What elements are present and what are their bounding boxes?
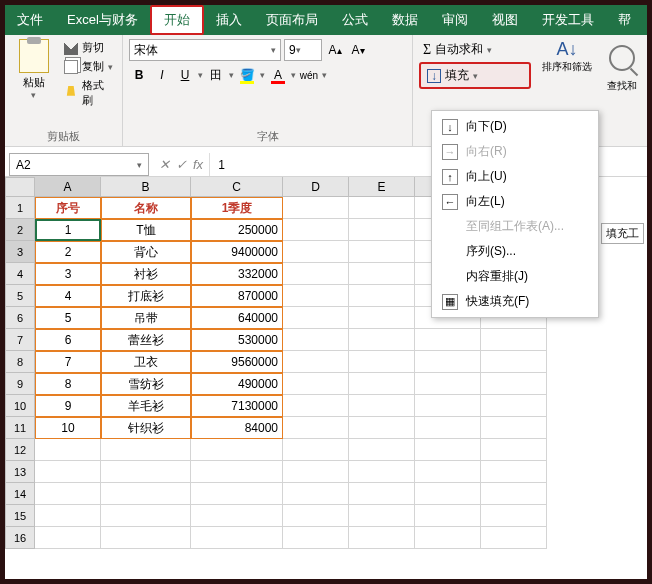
cell[interactable] [349,483,415,505]
row-header[interactable]: 9 [5,373,35,395]
cell[interactable] [481,483,547,505]
name-box[interactable]: A2▾ [9,153,149,176]
cell[interactable]: 332000 [191,263,283,285]
cell[interactable] [349,241,415,263]
row-header[interactable]: 15 [5,505,35,527]
cell[interactable] [101,439,191,461]
col-header-d[interactable]: D [283,177,349,197]
cell[interactable] [481,351,547,373]
font-size-select[interactable]: 9▾ [284,39,322,61]
cell[interactable] [191,505,283,527]
cell[interactable] [35,461,101,483]
cell[interactable] [191,527,283,549]
cell[interactable] [481,329,547,351]
cell[interactable]: 490000 [191,373,283,395]
copy-button[interactable]: 复制▾ [62,58,116,75]
cell[interactable] [481,461,547,483]
fill-right-item[interactable]: →向右(R) [432,139,598,164]
cell[interactable]: 9 [35,395,101,417]
cell[interactable] [349,395,415,417]
cell[interactable] [283,285,349,307]
row-header[interactable]: 6 [5,307,35,329]
cell[interactable]: 530000 [191,329,283,351]
tab-data[interactable]: 数据 [380,5,430,35]
fill-color-button[interactable]: 🪣 [237,65,257,85]
row-header[interactable]: 8 [5,351,35,373]
cell[interactable] [415,395,481,417]
cell[interactable]: 9400000 [191,241,283,263]
cell[interactable]: 1季度 [191,197,283,219]
bold-button[interactable]: B [129,65,149,85]
cell[interactable] [283,527,349,549]
cell[interactable] [283,373,349,395]
cell[interactable] [349,417,415,439]
fill-group-item[interactable]: 至同组工作表(A)... [432,214,598,239]
cell[interactable] [283,351,349,373]
cell[interactable] [283,417,349,439]
cell[interactable] [283,505,349,527]
col-header-a[interactable]: A [35,177,101,197]
cut-button[interactable]: 剪切 [62,39,116,56]
cell[interactable]: 7130000 [191,395,283,417]
cell[interactable]: 针织衫 [101,417,191,439]
cell[interactable]: 雪纺衫 [101,373,191,395]
cell[interactable]: 卫衣 [101,351,191,373]
cell[interactable] [415,439,481,461]
row-header[interactable]: 10 [5,395,35,417]
cell[interactable]: T恤 [101,219,191,241]
cell[interactable] [349,505,415,527]
cell[interactable] [283,263,349,285]
cell[interactable]: 名称 [101,197,191,219]
row-header[interactable]: 1 [5,197,35,219]
cell[interactable] [283,439,349,461]
cell[interactable] [283,241,349,263]
cell[interactable] [349,373,415,395]
cell[interactable] [415,329,481,351]
autosum-button[interactable]: Σ自动求和▾ [419,39,531,60]
row-header[interactable]: 12 [5,439,35,461]
tab-excel-finance[interactable]: Excel与财务 [55,5,150,35]
col-header-b[interactable]: B [101,177,191,197]
row-header[interactable]: 11 [5,417,35,439]
cell[interactable] [349,439,415,461]
cell[interactable]: 10 [35,417,101,439]
cell[interactable] [415,461,481,483]
tab-view[interactable]: 视图 [480,5,530,35]
cell[interactable] [283,395,349,417]
increase-font-button[interactable]: A▴ [325,40,345,60]
cell[interactable] [349,197,415,219]
cell[interactable] [349,307,415,329]
col-header-e[interactable]: E [349,177,415,197]
tab-layout[interactable]: 页面布局 [254,5,330,35]
cell[interactable] [481,417,547,439]
cell[interactable] [415,527,481,549]
cell[interactable] [35,527,101,549]
cell[interactable]: 84000 [191,417,283,439]
cell[interactable] [349,461,415,483]
cell[interactable] [101,505,191,527]
tab-help[interactable]: 帮 [606,5,643,35]
row-header[interactable]: 2 [5,219,35,241]
find-group[interactable]: 查找和 [597,35,647,146]
cell[interactable]: 背心 [101,241,191,263]
cell[interactable]: 衬衫 [101,263,191,285]
cell[interactable] [349,263,415,285]
cell[interactable]: 2 [35,241,101,263]
underline-button[interactable]: U [175,65,195,85]
cell[interactable] [283,461,349,483]
cell[interactable]: 9560000 [191,351,283,373]
cell[interactable]: 640000 [191,307,283,329]
cell[interactable] [415,483,481,505]
fill-justify-item[interactable]: 内容重排(J) [432,264,598,289]
cell[interactable]: 6 [35,329,101,351]
fill-up-item[interactable]: ↑向上(U) [432,164,598,189]
phonetic-button[interactable]: wén [299,65,319,85]
cell[interactable] [101,483,191,505]
fill-down-item[interactable]: ↓向下(D) [432,114,598,139]
cancel-icon[interactable]: ✕ [159,157,170,172]
cell[interactable] [349,351,415,373]
cell[interactable] [35,439,101,461]
cell[interactable]: 羊毛衫 [101,395,191,417]
cell[interactable]: 吊带 [101,307,191,329]
cell[interactable] [481,439,547,461]
